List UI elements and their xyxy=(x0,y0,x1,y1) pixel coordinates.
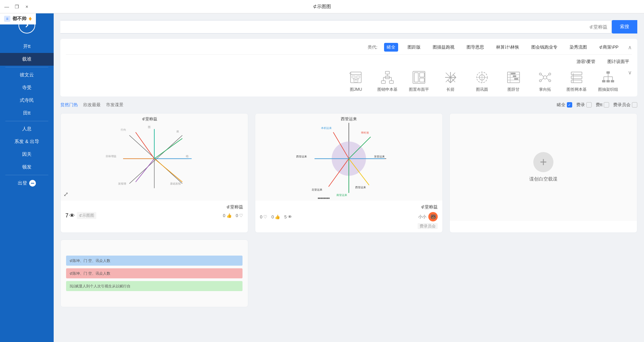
sidebar-item-person[interactable]: 人息 xyxy=(0,123,54,135)
close-button[interactable]: × xyxy=(23,3,30,10)
brand-badge: ≡ xyxy=(4,16,10,22)
sidebar-divider-1 xyxy=(5,67,48,67)
expand-icon-1[interactable]: ⤢ xyxy=(63,191,68,198)
filter-member-only[interactable]: 费录员会 xyxy=(613,102,637,108)
svg-text:图: 图 xyxy=(148,125,151,129)
free-checkbox[interactable] xyxy=(586,102,592,108)
cat-floorplan[interactable]: 图距版 xyxy=(405,43,423,52)
sidebar-item-logout[interactable]: 出登 xyxy=(0,177,54,190)
sidebar-divider-3 xyxy=(5,175,48,175)
type-org-label: 图抽架织组 xyxy=(598,87,618,92)
cat-professional[interactable]: 图会钱跑业专 xyxy=(529,43,560,52)
author-name-2: 小小 xyxy=(418,214,426,220)
sidebar-item-settings[interactable]: 顿发 xyxy=(0,161,54,174)
sidebar-item-export-share[interactable]: 系发 & 出导 xyxy=(0,135,54,148)
likes-count-1: 0 xyxy=(223,213,225,218)
svg-rect-3 xyxy=(611,80,614,82)
expand-sub-button[interactable]: ∨ xyxy=(628,69,632,76)
cat-infographic[interactable]: 图描益跑视 xyxy=(430,43,457,52)
filter-member[interactable]: 费tt xyxy=(596,102,609,108)
preview-row-2: 陈坤、门 空、讯众人数⊅ xyxy=(66,268,243,278)
cat-flat2[interactable]: 图计设面平 xyxy=(605,57,632,66)
svg-text:■■■■■■■■: ■■■■■■■■ xyxy=(318,197,330,200)
sidebar-item-recent[interactable]: 寺受 xyxy=(0,81,54,94)
type-gantt-label: 图辞甘 xyxy=(507,87,520,92)
sidebar-item-cloud[interactable]: 彼文云 xyxy=(0,69,54,81)
type-topology[interactable]: 掌向拓 xyxy=(533,69,557,92)
type-network[interactable]: 图销申本基 xyxy=(376,69,399,92)
uml-icon: UML xyxy=(348,69,364,85)
filter-free[interactable]: 费录 xyxy=(576,102,592,108)
badge-icon: ≡ xyxy=(6,16,8,21)
preview-row-text-2: 陈坤、门 空、讯众人数⊅ xyxy=(69,271,110,276)
card-stats-1: ♡ 0 👍 0 xyxy=(223,213,243,218)
cat-container[interactable]: 游容\要管 xyxy=(574,57,598,66)
main-container: 索搜 ∧ 商策\PP⊅ 染秀流图 图会钱跑业专 林算计\林恢 图导恩思 图描益跑… xyxy=(0,13,644,342)
member-only-checkbox[interactable] xyxy=(632,102,637,108)
views-stat-2: 👁 5 xyxy=(284,214,292,219)
search-input[interactable] xyxy=(60,20,612,33)
template-card-1[interactable]: 堂称益⊅ 行 xyxy=(60,113,248,233)
preview-row-text-1: 陈坤、门 空、讯众人数⊅ xyxy=(69,258,110,263)
latest-filter[interactable]: 欣改最最 xyxy=(83,102,101,108)
filter-right: 市发谍景 欣改最最 贫然门热 xyxy=(60,102,123,108)
svg-rect-27 xyxy=(511,73,516,74)
favorites-icon-2: ♡ xyxy=(263,214,267,219)
template-card-4[interactable]: 陈坤、门 空、讯众人数⊅ 陈坤、门 空、讯众人数⊅ 3以赋显人到个人次引视生从以… xyxy=(60,240,248,307)
sidebar-label-cloud: 彼文云 xyxy=(20,72,34,77)
preview-row-text-3: 3以赋显人到个人次引视生从以赋行自 xyxy=(69,284,130,289)
brand-text: 都不帅 xyxy=(12,16,26,22)
likes-stat-1: 👍 0 xyxy=(223,213,232,218)
svg-line-19 xyxy=(547,75,549,76)
views-icon-2: 👁 xyxy=(288,214,292,219)
sidebar-item-close[interactable]: 因关 xyxy=(0,148,54,161)
type-org[interactable]: 图抽架织组 xyxy=(596,69,620,92)
card-preview-4: 陈坤、门 空、讯众人数⊅ 陈坤、门 空、讯众人数⊅ 3以赋显人到个人次引视生从以… xyxy=(61,240,248,307)
svg-text:基础发报: 基础发报 xyxy=(170,182,181,185)
flat-icon xyxy=(411,69,427,85)
favorites-count-1: 0 xyxy=(236,213,238,218)
category-panel: ∧ 商策\PP⊅ 染秀流图 图会钱跑业专 林算计\林恢 图导恩思 图描益跑视 图… xyxy=(60,39,637,96)
arrows-icon xyxy=(442,69,459,85)
create-blank-area[interactable]: + 谍创白空载谍 xyxy=(529,114,557,221)
type-circle[interactable]: 图讯圆 xyxy=(470,69,494,92)
svg-rect-11 xyxy=(571,80,582,83)
favorites-stat-1: ♡ 0 xyxy=(236,213,243,218)
template-card-3[interactable]: + 谍创白空载谍 xyxy=(449,113,637,233)
cat-flowchart[interactable]: 染秀流图 xyxy=(567,43,590,52)
type-arrows[interactable]: 长箭 xyxy=(439,69,462,92)
minimize-button[interactable]: — xyxy=(3,3,10,10)
restore-button[interactable]: ❐ xyxy=(13,3,20,10)
template-card-2[interactable]: 西管运来 本 xyxy=(255,113,443,233)
sidebar-item-citizen[interactable]: 式寺民 xyxy=(0,94,54,107)
type-flat[interactable]: 图置布面平 xyxy=(407,69,431,92)
recommend-filter[interactable]: 贫然门热 xyxy=(60,102,78,108)
member-checkbox[interactable] xyxy=(604,102,609,108)
type-circle-label: 图讯圆 xyxy=(476,87,488,92)
cat-algorithm[interactable]: 林算计\林恢 xyxy=(493,43,522,52)
logo-icon: ♦ xyxy=(29,15,32,22)
sidebar-label-logout: 出登 xyxy=(18,180,27,186)
type-uml[interactable]: UML 图JMU xyxy=(344,69,368,92)
template-types-row: ∨ xyxy=(66,69,632,92)
filter-all[interactable]: 睹全 xyxy=(557,102,572,108)
collapse-button[interactable]: ∧ xyxy=(628,44,632,51)
sidebar-item-open[interactable]: 开tt xyxy=(0,40,54,53)
svg-rect-55 xyxy=(354,80,358,82)
sidebar-item-ttt[interactable]: 田tt xyxy=(0,107,54,120)
sidebar-item-download[interactable]: 载谁 xyxy=(0,53,54,66)
search-button[interactable]: 索搜 xyxy=(612,20,637,33)
all-checkbox[interactable] xyxy=(567,102,572,108)
svg-text:UML: UML xyxy=(349,72,352,74)
cat-all[interactable]: 睹全 xyxy=(384,43,398,52)
views-count-2: 5 xyxy=(284,214,286,219)
svg-rect-54 xyxy=(357,76,360,78)
cat-ppt[interactable]: 商策\PP⊅ xyxy=(596,43,621,52)
type-gantt[interactable]: 图辞甘 xyxy=(502,69,525,92)
svg-rect-42 xyxy=(385,71,389,74)
svg-rect-38 xyxy=(413,71,425,83)
svg-rect-28 xyxy=(513,75,516,77)
cat-mindmap[interactable]: 图导恩思 xyxy=(464,43,487,52)
popular-filter[interactable]: 市发谍景 xyxy=(106,102,123,108)
type-basic-flow[interactable]: 图答网本基 xyxy=(565,69,588,92)
